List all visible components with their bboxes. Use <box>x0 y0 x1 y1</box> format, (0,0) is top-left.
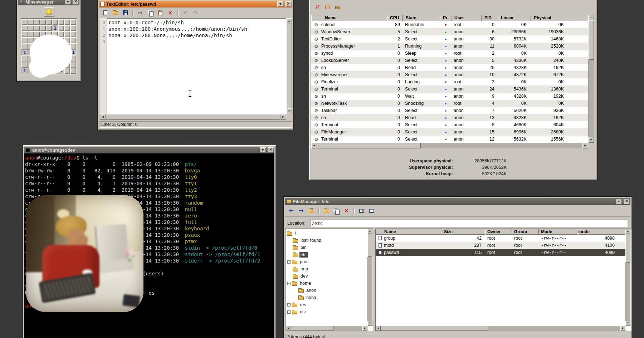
process-row[interactable]: ⚙TextEditor2Select●anon305732K1468K <box>311 35 588 43</box>
process-row[interactable]: ⚙sh0Read●anon134328K192K <box>311 114 588 121</box>
mine-cell[interactable] <box>70 37 76 43</box>
minesweeper-face-button[interactable] <box>44 7 54 17</box>
column-header-group[interactable]: Group <box>512 229 539 235</box>
new-directory-button[interactable] <box>322 206 331 215</box>
mine-cell[interactable] <box>28 31 34 37</box>
process-row[interactable]: ⚙WindowServer5Select▲anon623096K19036K <box>311 28 588 35</box>
scroll-down-button[interactable] <box>588 137 594 143</box>
tree-expander[interactable]: + <box>287 303 291 307</box>
process-row[interactable]: ⚙Minesweeper0Select●anon104872K672K <box>311 71 588 78</box>
minesweeper-close-button[interactable] <box>73 0 79 5</box>
process-row[interactable]: ⚙sh0Wait●anon94328K192K <box>311 93 588 100</box>
tree-horizontal-scrollbar[interactable] <box>286 326 367 331</box>
scrollbar-thumb[interactable] <box>286 24 292 108</box>
tree-item-nona[interactable]: nona <box>286 294 367 301</box>
copy-button[interactable] <box>332 206 341 215</box>
column-header-pid[interactable]: PID <box>482 15 498 21</box>
process-row[interactable]: ⚙Finalizer0Lurking▼root30K0K <box>311 78 588 85</box>
filemanager-titlebar[interactable]: FileManager: /etc <box>285 198 630 205</box>
kill-process-button[interactable] <box>313 3 322 11</box>
mine-cell[interactable] <box>21 62 28 68</box>
cut-button[interactable]: ✂ <box>136 9 145 17</box>
tree-expander[interactable]: - <box>287 282 291 285</box>
mine-cell[interactable] <box>64 19 70 25</box>
scroll-left-button[interactable] <box>286 326 291 331</box>
mine-cell[interactable] <box>28 25 34 31</box>
column-header-user[interactable]: User <box>452 15 482 21</box>
scroll-right-button[interactable] <box>362 326 367 331</box>
column-header-name[interactable]: Name <box>376 229 444 235</box>
column-header-name[interactable]: Name <box>311 15 387 21</box>
scroll-left-button[interactable] <box>376 326 381 331</box>
column-header-mode[interactable]: Mode <box>539 229 578 235</box>
mine-cell[interactable] <box>21 55 28 62</box>
mine-cell[interactable] <box>70 25 76 31</box>
tree-item-dev[interactable]: dev <box>286 273 367 280</box>
list-horizontal-scrollbar[interactable] <box>376 326 625 331</box>
texteditor-textarea[interactable]: 0root:x:0:0:root:/:/bin/sh1anon:x:100:10… <box>100 18 286 114</box>
delete-button[interactable]: × <box>166 9 175 17</box>
scrollbar-thumb[interactable] <box>106 114 280 120</box>
process-row[interactable]: ⚙Terminal0Select●anon125632K1556K <box>311 136 588 143</box>
scrollbar-thumb[interactable] <box>588 20 594 60</box>
mine-cell[interactable] <box>28 19 34 25</box>
column-header-inode[interactable]: Inode <box>578 229 625 235</box>
tree-item-etc[interactable]: etc <box>286 251 367 258</box>
stop-process-button[interactable] <box>323 3 332 11</box>
scroll-up-button[interactable] <box>286 18 292 24</box>
process-row[interactable]: ⚙syncd0Sleep●root20K0K <box>311 50 588 57</box>
column-header-linear[interactable]: Linear <box>498 15 531 21</box>
scroll-up-button[interactable] <box>625 229 630 234</box>
texteditor-minimize-button[interactable] <box>277 1 283 7</box>
column-header-state[interactable]: State <box>403 15 440 21</box>
scroll-down-button[interactable] <box>367 321 372 326</box>
tree-item-anon[interactable]: anon <box>286 287 367 294</box>
minesweeper-titlebar[interactable]: Minesweeper <box>18 0 79 5</box>
scroll-left-button[interactable] <box>311 143 317 148</box>
process-row[interactable]: ⚙NetworkTask0Snoozing●root40K0K <box>311 100 588 107</box>
file-row-passwd[interactable]: passwd115rootroot-rw-r--r--4099 <box>376 249 625 256</box>
scroll-left-button[interactable] <box>100 114 106 120</box>
forward-button[interactable]: → <box>297 206 306 215</box>
scroll-right-button[interactable] <box>582 143 588 148</box>
scrollbar-thumb[interactable] <box>625 234 630 263</box>
texteditor-close-button[interactable] <box>285 1 291 7</box>
mine-cell[interactable] <box>58 25 64 31</box>
mine-cell[interactable] <box>34 19 40 25</box>
open-parent-button[interactable] <box>307 206 316 215</box>
process-row[interactable]: ⚙Taskbar0Select●anon75020K936K <box>311 107 588 114</box>
mine-cell[interactable] <box>70 68 76 74</box>
mine-cell[interactable] <box>52 19 58 25</box>
terminal-close-button[interactable] <box>268 147 274 153</box>
undo-button[interactable]: ↶ <box>181 9 190 17</box>
table-view-button[interactable] <box>357 206 366 215</box>
continue-process-button[interactable] <box>333 3 342 11</box>
save-file-button[interactable] <box>121 9 130 17</box>
tree-item-res[interactable]: +res <box>286 301 367 308</box>
mine-cell[interactable] <box>40 19 46 25</box>
horizontal-scrollbar[interactable] <box>100 114 286 120</box>
process-row[interactable]: ⚙colonel89Runnable▼root00K0K <box>311 21 588 28</box>
mine-cell[interactable] <box>40 25 46 31</box>
mine-cell[interactable] <box>21 19 28 25</box>
process-row[interactable]: ⚙Terminal0Select●anon84680K604K <box>311 121 588 128</box>
scrollbar-thumb[interactable] <box>367 234 372 257</box>
tree-item-home[interactable]: -home <box>286 280 367 287</box>
scrollbar-thumb[interactable] <box>291 326 333 331</box>
texteditor-titlebar[interactable]: TextEditor: /etc/passwd <box>99 1 292 8</box>
paste-button[interactable] <box>156 9 165 17</box>
column-header-pr[interactable]: Pr <box>440 15 452 21</box>
terminal-titlebar[interactable]: anon@courage:/dev <box>24 147 274 153</box>
mine-cell[interactable] <box>64 31 70 37</box>
scroll-right-button[interactable] <box>620 326 625 331</box>
file-row-motd[interactable]: motd287rootroot-rw-r--r--4100 <box>376 242 625 249</box>
scrollbar-thumb[interactable] <box>381 326 488 331</box>
mine-cell-revealed[interactable]: 1 <box>21 49 28 55</box>
mine-cell[interactable] <box>46 25 52 31</box>
tree-expander[interactable]: + <box>287 260 291 264</box>
filemanager-minimize-button[interactable] <box>616 199 622 204</box>
mine-cell[interactable] <box>58 19 64 25</box>
location-input[interactable] <box>312 221 626 226</box>
horizontal-scrollbar[interactable] <box>311 143 588 148</box>
open-file-button[interactable] <box>111 9 120 17</box>
